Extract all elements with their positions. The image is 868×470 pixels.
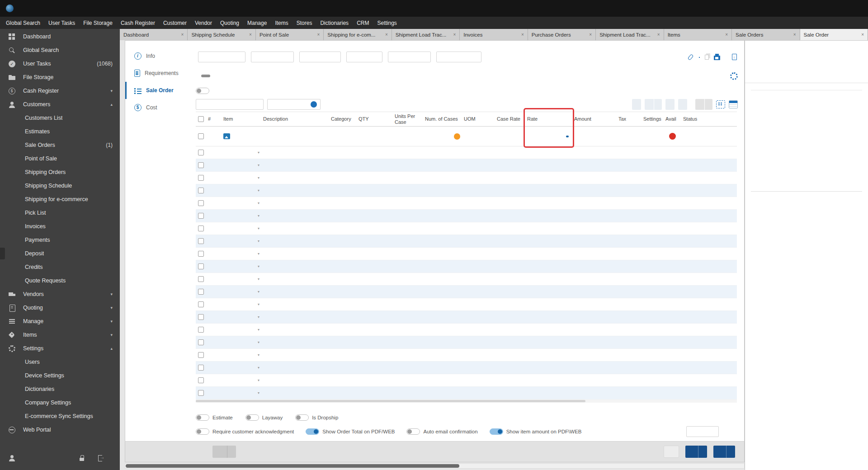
row-checkbox[interactable] [198,226,204,231]
chevron-down-icon[interactable]: ▾ [258,302,259,306]
menu-customer[interactable]: Customer [159,20,191,26]
sidebar-item-manage[interactable]: Manage▾ [0,315,120,328]
chevron-down-icon[interactable]: ▾ [258,290,259,294]
row-checkbox[interactable] [198,352,204,358]
void-button[interactable] [695,99,704,110]
export-button[interactable] [732,54,738,60]
nav-item-requirements[interactable]: Requirements [125,65,190,82]
item-cell[interactable] [222,133,261,139]
sidebar-item-shipping-orders[interactable]: Shipping Orders [0,165,120,179]
chevron-down-icon[interactable]: ▾ [258,226,259,230]
chevron-down-icon[interactable]: ▾ [258,340,259,344]
chevron-down-icon[interactable]: ▾ [258,328,259,332]
sidebar-item-credits[interactable]: Credits [0,260,120,274]
menu-quoting[interactable]: Quoting [216,20,243,26]
column-header-tax[interactable]: Tax [617,116,642,122]
sidebar-item-global-search[interactable]: Global Search [0,43,120,57]
chevron-down-icon[interactable]: ▾ [258,252,259,256]
sidebar-item-user-tasks[interactable]: User Tasks(1068) [0,57,120,70]
sidebar-item-quoting[interactable]: Quoting▾ [0,301,120,315]
row-checkbox[interactable] [198,188,204,193]
toggle-switch[interactable] [196,414,209,421]
lock-icon[interactable] [80,455,84,461]
actions-dropdown-button[interactable] [654,99,662,110]
rep-select[interactable] [299,52,341,62]
menu-settings[interactable]: Settings [373,20,401,26]
column-header-units-per-case[interactable]: Units Per Case [393,113,423,125]
sidebar-item-file-storage[interactable]: File Storage [0,70,120,84]
tab-shipment-load-trac[interactable]: Shipment Load Trac...× [392,29,460,40]
toggle-switch[interactable] [196,428,209,435]
sidebar-item-dictionaries[interactable]: Dictionaries [0,382,120,396]
close-icon[interactable]: × [181,32,184,37]
tab-shipping-for-e-com[interactable]: Shipping for e-com...× [324,29,392,40]
close-icon[interactable]: × [589,32,592,37]
sidebar-collapse-handle[interactable] [0,248,5,259]
toggle-switch[interactable] [406,428,420,435]
chevron-down-icon[interactable]: ▾ [258,378,259,382]
close-icon[interactable]: × [657,32,660,37]
store-select[interactable] [436,52,481,62]
sidebar-item-shipping-for-e-commerce[interactable]: Shipping for e-commerce [0,193,120,206]
menu-file-storage[interactable]: File Storage [79,20,117,26]
terms-select[interactable] [346,52,382,62]
row-checkbox[interactable] [198,390,204,396]
close-icon[interactable]: × [249,32,252,37]
sidebar-item-customers[interactable]: Customers▴ [0,98,120,111]
row-checkbox[interactable] [198,289,204,295]
row-checkbox[interactable] [198,238,204,244]
row-checkbox[interactable] [198,365,204,371]
sidebar-item-estimates[interactable]: Estimates [0,125,120,138]
column-header-uom[interactable]: UOM [462,116,495,122]
row-checkbox[interactable] [198,133,204,139]
row-checkbox[interactable] [198,301,204,307]
sidebar-item-company-settings[interactable]: Company Settings [0,396,120,409]
sidebar-item-web-portal[interactable]: Web Portal [0,423,120,437]
save-draft-button[interactable] [685,446,698,458]
item-row-1[interactable] [196,127,737,146]
void-order-dropdown[interactable] [227,446,236,458]
chevron-down-icon[interactable]: ▾ [258,264,259,268]
chevron-down-icon[interactable]: ▾ [258,353,259,357]
row-checkbox[interactable] [198,175,204,181]
void-dropdown-button[interactable] [704,99,712,110]
row-checkbox[interactable] [198,251,204,257]
chevron-down-icon[interactable]: ▾ [258,188,259,193]
tab-point-of-sale[interactable]: Point of Sale× [256,29,324,40]
row-checkbox[interactable] [198,339,204,345]
column-header-case-rate[interactable]: Case Rate [495,116,525,122]
column-header-avail[interactable]: Avail [664,116,681,122]
item-search-select[interactable] [196,99,264,110]
menu-dictionaries[interactable]: Dictionaries [316,20,353,26]
menu-crm[interactable]: CRM [353,20,373,26]
menu-items[interactable]: Items [271,20,292,26]
menu-manage[interactable]: Manage [243,20,271,26]
row-checkbox[interactable] [198,276,204,282]
tab-sale-order[interactable]: Sale Order× [800,29,868,40]
rate-cell[interactable] [525,136,572,137]
scrollbar-thumb[interactable] [126,464,459,468]
column-header-rate[interactable]: Rate [525,116,572,122]
void-order-button[interactable] [212,446,227,458]
minimize-button[interactable] [806,0,826,17]
save-process-dropdown[interactable] [726,446,735,458]
tax-select[interactable] [686,426,719,437]
actions-button[interactable] [645,99,654,110]
sidebar-item-dashboard[interactable]: Dashboard [0,30,120,43]
column-header-settings[interactable]: Settings [642,116,664,122]
tab-dashboard[interactable]: Dashboard× [120,29,188,40]
toggle-switch[interactable] [245,414,259,421]
logout-icon[interactable] [98,455,105,461]
attachments-button[interactable] [689,54,694,60]
sidebar-item-settings[interactable]: Settings▴ [0,342,120,355]
nav-item-info[interactable]: Info [125,47,190,65]
popular-items-button[interactable] [632,99,641,110]
tab-shipping-schedule[interactable]: Shipping Schedule× [188,29,255,40]
sidebar-item-device-settings[interactable]: Device Settings [0,369,120,382]
search-input[interactable] [267,99,321,110]
menu-user-tasks[interactable]: User Tasks [44,20,79,26]
gear-icon[interactable] [730,72,738,80]
chevron-down-icon[interactable]: ▾ [258,277,259,281]
sidebar-item-quote-requests[interactable]: Quote Requests [0,274,120,287]
menu-global-search[interactable]: Global Search [2,20,44,26]
